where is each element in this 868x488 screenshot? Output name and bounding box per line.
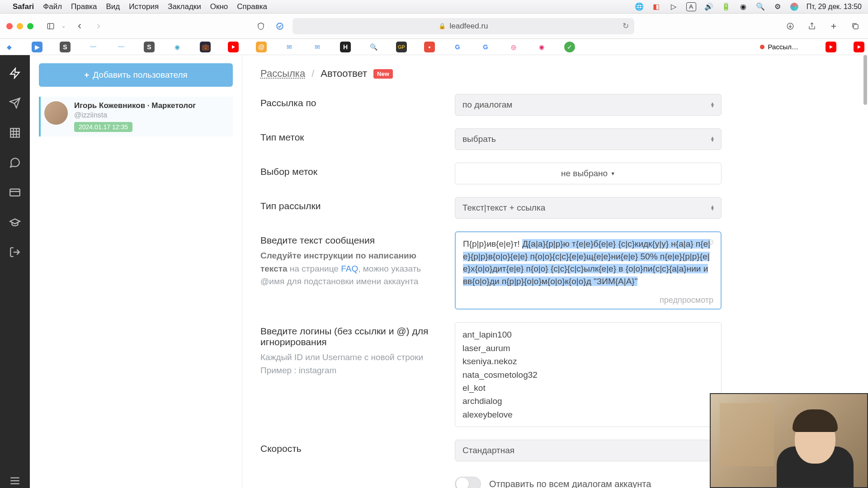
- fav-icon[interactable]: 〰: [88, 42, 99, 52]
- menu-bookmarks[interactable]: Закладки: [168, 2, 201, 11]
- fav-icon[interactable]: ✓: [564, 42, 575, 52]
- menu-help[interactable]: Справка: [237, 2, 267, 11]
- fav-icon[interactable]: ◎: [508, 42, 519, 52]
- fav-icon[interactable]: 🔍: [368, 42, 379, 52]
- webcam-overlay: [710, 393, 868, 488]
- select-value: Стандартная: [462, 446, 514, 455]
- fav-icon[interactable]: ▶: [32, 42, 42, 52]
- fav-icon[interactable]: ◉: [172, 42, 183, 52]
- maximize-window-icon[interactable]: [27, 23, 33, 29]
- chevron-down-icon: ▼: [610, 171, 615, 176]
- clock[interactable]: Пт, 29 дек. 13:50: [807, 3, 862, 11]
- url-text: leadfeed.ru: [449, 22, 488, 31]
- rail-education-icon[interactable]: [8, 215, 22, 230]
- message-textarea[interactable]: ☺ П{р|р}ив{е|е}т! Д{а|а}{р|р}ю т{е|е}б{е…: [455, 231, 722, 310]
- breadcrumb-root[interactable]: Рассылка: [260, 68, 305, 80]
- rail-send-icon[interactable]: [8, 96, 22, 110]
- fav-icon[interactable]: ✉: [312, 42, 323, 52]
- chevron-down-icon[interactable]: ⌄: [60, 20, 67, 33]
- menu-window[interactable]: Окно: [210, 2, 228, 11]
- tabs-overview-icon[interactable]: [849, 20, 862, 33]
- breadcrumb-current: Автоответ: [321, 68, 367, 80]
- scrollbar[interactable]: [863, 55, 867, 105]
- fav-icon[interactable]: 💼: [200, 42, 211, 52]
- menu-edit[interactable]: Правка: [71, 2, 97, 11]
- battery-icon[interactable]: 🔋: [722, 2, 731, 11]
- forward-button[interactable]: [92, 20, 105, 33]
- logins-textarea[interactable]: ant_lapin100 laser_aurum kseniya.nekoz n…: [455, 322, 722, 427]
- rail-chat-icon[interactable]: [8, 155, 22, 170]
- fav-icon[interactable]: G: [480, 42, 491, 52]
- label-tag-pick: Выбор меток: [260, 163, 441, 177]
- fav-icon[interactable]: G: [452, 42, 463, 52]
- login-line: kseniya.nekoz: [462, 355, 714, 368]
- new-tab-icon[interactable]: [827, 20, 840, 33]
- rail-bolt-icon[interactable]: [8, 66, 22, 80]
- login-line: alexeybelove: [462, 408, 714, 421]
- fav-icon[interactable]: GP: [396, 42, 407, 52]
- address-bar[interactable]: 🔒 leadfeed.ru ↻: [292, 18, 635, 34]
- user-card[interactable]: Игорь Кожевников · Маркетолог @izziinsta…: [39, 97, 233, 136]
- select-send-type[interactable]: Текст|текст + ссылка ▲▼: [455, 197, 722, 219]
- minimize-window-icon[interactable]: [17, 23, 23, 29]
- fav-icon[interactable]: S: [60, 42, 71, 52]
- fav-icon[interactable]: ✉: [284, 42, 295, 52]
- siri-icon[interactable]: [790, 3, 798, 11]
- lock-icon: 🔒: [439, 23, 446, 29]
- svg-marker-9: [10, 68, 19, 78]
- fav-icon[interactable]: ▪: [424, 42, 435, 52]
- fav-icon[interactable]: ◆: [4, 42, 14, 52]
- menu-file[interactable]: Файл: [43, 2, 62, 11]
- select-send-by[interactable]: по диалогам ▲▼: [455, 94, 722, 116]
- volume-icon[interactable]: 🔊: [704, 2, 713, 11]
- downloads-icon[interactable]: [784, 20, 797, 33]
- preview-link[interactable]: предпросмотр: [463, 296, 713, 305]
- play-icon[interactable]: ▷: [669, 2, 678, 11]
- menu-history[interactable]: История: [129, 2, 159, 11]
- browser-toolbar: ⌄ 🔒 leadfeed.ru ↻: [0, 14, 868, 39]
- faq-link[interactable]: FAQ: [341, 264, 358, 273]
- fav-youtube-icon[interactable]: [228, 42, 239, 52]
- active-tab[interactable]: Рассыл…: [755, 41, 804, 52]
- user-handle: @izziinsta: [74, 111, 196, 119]
- rail-grid-icon[interactable]: [8, 126, 22, 140]
- search-icon[interactable]: 🔍: [756, 2, 765, 11]
- rail-card-icon[interactable]: [8, 185, 22, 200]
- control-center-icon[interactable]: ⚙: [773, 2, 782, 11]
- add-user-button[interactable]: + Добавить пользователя: [39, 63, 233, 87]
- window-controls[interactable]: [6, 23, 33, 29]
- svg-rect-12: [10, 128, 19, 137]
- fav-icon[interactable]: S: [144, 42, 155, 52]
- select-tag-type[interactable]: выбрать ▲▼: [455, 128, 722, 150]
- app-name[interactable]: Safari: [13, 2, 34, 11]
- share-icon[interactable]: [806, 20, 818, 33]
- fav-icon[interactable]: ◉: [536, 42, 547, 52]
- reload-icon[interactable]: ↻: [623, 21, 629, 31]
- back-button[interactable]: [73, 20, 86, 33]
- wifi-icon[interactable]: ◉: [739, 2, 748, 11]
- select-value: по диалогам: [462, 100, 512, 110]
- emoji-picker-icon[interactable]: ☺: [706, 237, 715, 247]
- avatar: [44, 101, 68, 125]
- privacy-check-icon[interactable]: [274, 20, 286, 33]
- fav-youtube-icon[interactable]: [826, 42, 836, 52]
- fav-youtube-icon[interactable]: [854, 42, 864, 52]
- rail-logout-icon[interactable]: [8, 245, 22, 259]
- login-line: laser_aurum: [462, 342, 714, 355]
- notification-icon[interactable]: ◧: [652, 2, 661, 11]
- select-speed[interactable]: Стандартная: [455, 440, 722, 461]
- shield-icon[interactable]: [255, 20, 267, 33]
- send-all-dialogs-toggle[interactable]: [455, 477, 481, 488]
- rail-menu-icon[interactable]: [8, 474, 22, 488]
- fav-icon[interactable]: @: [256, 42, 267, 52]
- menu-view[interactable]: Вид: [106, 2, 120, 11]
- fav-icon[interactable]: 〰: [116, 42, 127, 52]
- input-source-icon[interactable]: А: [686, 2, 696, 11]
- select-tag-pick[interactable]: не выбрано ▼: [455, 163, 722, 184]
- label-message: Введите текст сообщения Следуйте инструк…: [260, 231, 441, 288]
- close-window-icon[interactable]: [6, 23, 13, 29]
- globe-icon[interactable]: 🌐: [635, 2, 644, 11]
- fav-icon[interactable]: H: [340, 42, 351, 52]
- sidebar-toggle-icon[interactable]: [44, 20, 57, 33]
- plus-icon: +: [84, 70, 89, 80]
